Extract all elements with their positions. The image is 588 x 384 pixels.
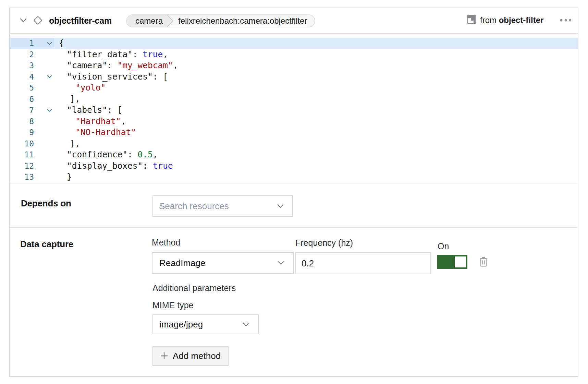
- resource-card: objectfilter-cam camera felixreichenbach…: [9, 8, 578, 377]
- add-method-button[interactable]: Add method: [152, 346, 229, 366]
- frequency-label: Frequency (hz): [295, 238, 353, 248]
- code-line-9[interactable]: 9"NO-Hardhat": [10, 127, 578, 138]
- json-code-editor[interactable]: 1{2"filter_data": true,3"camera": "my_we…: [10, 34, 578, 183]
- code-line-13[interactable]: 13}: [10, 171, 578, 183]
- more-options-button[interactable]: [560, 19, 572, 22]
- chevron-down-icon: [243, 323, 249, 326]
- toggle-knob: [455, 256, 466, 267]
- mime-type-label: MIME type: [152, 300, 193, 310]
- code-text: ],: [70, 138, 80, 149]
- line-number: 12: [10, 160, 34, 172]
- component-diamond-icon: [33, 16, 42, 25]
- resource-title: objectfilter-cam: [49, 16, 112, 26]
- code-text: "filter_data": true,: [67, 49, 168, 60]
- code-line-11[interactable]: 11"confidence": 0.5,: [10, 149, 578, 160]
- code-text: "Hardhat",: [75, 116, 126, 127]
- fold-chevron-icon[interactable]: [47, 38, 52, 49]
- line-number: 10: [10, 138, 34, 149]
- code-line-10[interactable]: 10],: [10, 138, 578, 149]
- code-text: "NO-Hardhat": [75, 127, 136, 138]
- chevron-down-icon: [277, 204, 283, 208]
- resource-header: objectfilter-cam camera felixreichenbach…: [10, 8, 578, 34]
- additional-parameters-label: Additional parameters: [152, 283, 236, 293]
- line-number: 5: [10, 82, 34, 94]
- line-number: 3: [10, 60, 34, 71]
- capture-on-toggle[interactable]: [437, 255, 467, 269]
- depends-on-label: Depends on: [21, 198, 71, 209]
- plus-icon: [160, 352, 168, 360]
- depends-on-section: Depends on Search resources: [10, 183, 578, 228]
- code-text: ],: [70, 94, 80, 105]
- code-text: "camera": "my_webcam",: [67, 60, 178, 71]
- line-number: 4: [10, 71, 34, 83]
- module-source-label: from object-filter: [480, 15, 543, 25]
- code-line-3[interactable]: 3"camera": "my_webcam",: [10, 60, 578, 71]
- mime-type-select[interactable]: image/jpeg: [152, 314, 259, 334]
- method-select[interactable]: ReadImage: [152, 252, 294, 274]
- line-number: 1: [10, 38, 34, 49]
- frequency-input[interactable]: 0.2: [295, 252, 431, 274]
- code-text: "yolo": [75, 82, 106, 94]
- code-line-7[interactable]: 7"labels": [: [10, 105, 578, 116]
- module-icon: [467, 15, 476, 24]
- line-number: 8: [10, 116, 34, 127]
- line-number: 6: [10, 94, 34, 105]
- code-line-1[interactable]: 1{: [10, 38, 578, 49]
- line-number: 2: [10, 49, 34, 60]
- code-text: "vision_services": [: [67, 71, 168, 83]
- code-line-5[interactable]: 5"yolo": [10, 82, 578, 94]
- line-number: 7: [10, 105, 34, 116]
- resource-type-breadcrumb: camera felixreichenbach:camera:objectfil…: [126, 14, 315, 27]
- code-line-6[interactable]: 6],: [10, 94, 578, 105]
- fold-chevron-icon[interactable]: [47, 105, 52, 116]
- chevron-down-icon: [278, 261, 284, 265]
- code-text: {: [59, 38, 64, 49]
- code-text: }: [67, 171, 72, 183]
- badge-model: felixreichenbach:camera:objectfilter: [174, 16, 315, 26]
- collapse-chevron-icon[interactable]: [20, 18, 27, 23]
- delete-method-icon[interactable]: [479, 256, 488, 267]
- data-capture-section: Data capture Method ReadImage Frequency …: [10, 228, 578, 376]
- line-number: 11: [10, 149, 34, 160]
- depends-on-select[interactable]: Search resources: [152, 195, 293, 217]
- fold-chevron-icon[interactable]: [47, 71, 52, 83]
- data-capture-label: Data capture: [20, 239, 73, 250]
- toggle-on-label: On: [438, 241, 449, 251]
- breadcrumb-separator: [166, 14, 174, 27]
- code-text: "labels": [: [67, 105, 122, 116]
- code-text: "display_boxes": true: [67, 160, 173, 172]
- code-text: "confidence": 0.5,: [67, 149, 158, 160]
- code-line-8[interactable]: 8"Hardhat",: [10, 116, 578, 127]
- line-number: 9: [10, 127, 34, 138]
- method-label: Method: [152, 238, 180, 248]
- line-number: 13: [10, 171, 34, 183]
- code-line-4[interactable]: 4"vision_services": [: [10, 71, 578, 83]
- code-line-12[interactable]: 12"display_boxes": true: [10, 160, 578, 172]
- code-line-2[interactable]: 2"filter_data": true,: [10, 49, 578, 60]
